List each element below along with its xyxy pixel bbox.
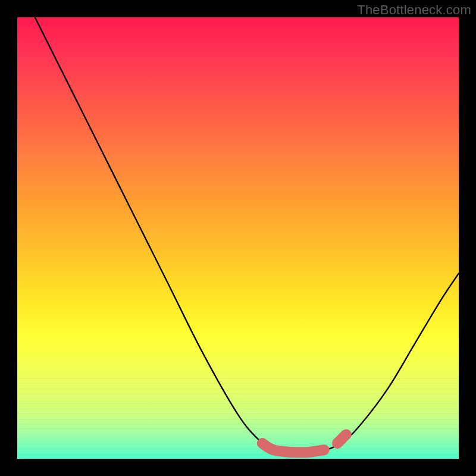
bottleneck-curve (35, 17, 459, 452)
watermark-text: TheBottleneck.com (357, 2, 471, 18)
optimal-zone-right (337, 434, 346, 443)
plot-svg (17, 17, 459, 459)
optimal-zone-flat (262, 443, 324, 452)
chart-area (17, 17, 459, 459)
